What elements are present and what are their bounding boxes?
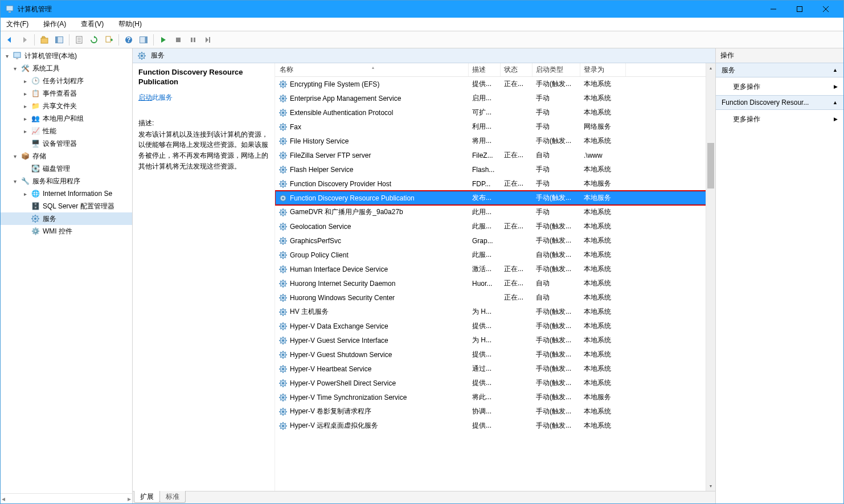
tab-extended[interactable]: 扩展	[134, 491, 160, 503]
tree-sql[interactable]: 🗄️SQL Server 配置管理器	[1, 200, 132, 212]
service-row[interactable]: Fax利用...手动网络服务	[275, 120, 715, 134]
service-row[interactable]: GraphicsPerfSvcGrap...手动(触发...本地系统	[275, 233, 715, 248]
menu-action[interactable]: 操作(A)	[41, 18, 68, 30]
close-button[interactable]	[813, 1, 839, 18]
gear-icon	[278, 293, 288, 302]
service-row[interactable]: Hyper-V Data Exchange Service提供...手动(触发.…	[275, 319, 715, 333]
chevron-down-icon[interactable]: ▾	[11, 178, 19, 185]
service-row[interactable]: Hyper-V Guest Shutdown Service提供...手动(触发…	[275, 347, 715, 362]
list-vscrollbar[interactable]: ▴ ▾	[706, 63, 715, 491]
service-row[interactable]: Enterprise App Management Service启用...手动…	[275, 91, 715, 105]
service-state: 正在...	[501, 79, 532, 89]
list-rows[interactable]: Encrypting File System (EFS)提供...正在...手动…	[275, 77, 715, 491]
tree-hscrollbar[interactable]: ◂▸	[1, 493, 132, 503]
tree-storage[interactable]: ▾📦存储	[1, 150, 132, 162]
tree-root[interactable]: ▾计算机管理(本地)	[1, 50, 132, 62]
titlebar[interactable]: 计算机管理	[1, 1, 843, 18]
tree-devicemgr[interactable]: 🖥️设备管理器	[1, 137, 132, 150]
service-row[interactable]: Hyper-V Heartbeat Service通过...手动(触发...本地…	[275, 362, 715, 376]
properties-button[interactable]	[72, 33, 86, 47]
service-row[interactable]: Function Discovery Resource Publication发…	[275, 191, 715, 205]
service-row[interactable]: HV 主机服务为 H...手动(触发...本地系统	[275, 305, 715, 319]
show-hide-actions-button[interactable]	[137, 33, 150, 47]
chevron-right-icon[interactable]: ▸	[21, 116, 29, 122]
export-button[interactable]	[102, 33, 116, 47]
service-row[interactable]: Hyper-V PowerShell Direct Service提供...手动…	[275, 376, 715, 390]
chevron-right-icon[interactable]: ▸	[21, 103, 29, 109]
service-row[interactable]: Function Discovery Provider HostFDP...正在…	[275, 177, 715, 191]
tree-tasksched[interactable]: ▸🕒任务计划程序	[1, 75, 132, 87]
service-row[interactable]: Hyper-V 卷影复制请求程序协调...手动(触发...本地系统	[275, 404, 715, 419]
service-logon: 本地系统	[580, 108, 626, 117]
col-desc[interactable]: 描述	[469, 63, 501, 76]
tree-wmi[interactable]: ⚙️WMI 控件	[1, 225, 132, 237]
menu-help[interactable]: 帮助(H)	[116, 18, 144, 30]
tree-systools[interactable]: ▾🛠️系统工具	[1, 62, 132, 75]
actions-more-2[interactable]: 更多操作▶	[716, 110, 843, 128]
service-row[interactable]: Huorong Windows Security Center正在...自动本地…	[275, 290, 715, 305]
menu-file[interactable]: 文件(F)	[4, 18, 31, 30]
tree-localusers[interactable]: ▸👥本地用户和组	[1, 112, 132, 125]
service-row[interactable]: Flash Helper ServiceFlash...手动本地系统	[275, 162, 715, 177]
list-header[interactable]: ▴ 名称 描述 状态 启动类型 登录为	[275, 63, 715, 77]
service-row[interactable]: Human Interface Device Service激活...正在...…	[275, 262, 715, 276]
tree-iis[interactable]: ▸🌐Internet Information Se	[1, 187, 132, 200]
chevron-down-icon[interactable]: ▾	[11, 153, 19, 159]
service-row[interactable]: Group Policy Client此服...自动(触发...本地系统	[275, 248, 715, 262]
tab-standard[interactable]: 标准	[159, 491, 186, 503]
help-button[interactable]: ?	[122, 33, 136, 47]
chevron-down-icon[interactable]: ▾	[11, 65, 19, 72]
scroll-right-icon[interactable]: ▸	[128, 495, 131, 503]
service-row[interactable]: Geolocation Service此服...正在...手动(触发...本地系…	[275, 219, 715, 233]
actions-more-1[interactable]: 更多操作▶	[716, 77, 843, 96]
service-row[interactable]: Huorong Internet Security DaemonHuor...正…	[275, 276, 715, 290]
up-button[interactable]	[38, 33, 51, 47]
service-desc: 为 H...	[469, 335, 501, 345]
service-desc: 提供...	[469, 321, 501, 331]
restart-service-button[interactable]	[201, 33, 215, 47]
col-logon[interactable]: 登录为	[580, 63, 626, 76]
minimize-button[interactable]	[760, 1, 786, 18]
service-row[interactable]: Extensible Authentication Protocol可扩...手…	[275, 105, 715, 120]
chevron-right-icon[interactable]: ▸	[21, 78, 29, 84]
scroll-left-icon[interactable]: ◂	[2, 495, 5, 503]
service-desc: Huor...	[469, 280, 501, 288]
scroll-thumb[interactable]	[707, 143, 714, 189]
menu-view[interactable]: 查看(V)	[79, 18, 106, 30]
service-logon: 本地系统	[580, 165, 626, 174]
service-row[interactable]: File History Service将用...手动(触发...本地系统	[275, 134, 715, 148]
chevron-right-icon[interactable]: ▸	[21, 128, 29, 134]
service-row[interactable]: Hyper-V Time Synchronization Service将此..…	[275, 390, 715, 404]
actions-section-selected[interactable]: Function Discovery Resour...▲	[716, 95, 843, 110]
refresh-button[interactable]	[87, 33, 101, 47]
nav-tree[interactable]: ▾计算机管理(本地) ▾🛠️系统工具 ▸🕒任务计划程序 ▸📋事件查看器 ▸📁共享…	[1, 48, 132, 493]
svg-rect-23	[106, 36, 110, 42]
tree-perf[interactable]: ▸📈性能	[1, 125, 132, 137]
tree-svcapps[interactable]: ▾🔧服务和应用程序	[1, 175, 132, 187]
tree-shared[interactable]: ▸📁共享文件夹	[1, 100, 132, 112]
chevron-right-icon[interactable]: ▸	[21, 91, 29, 97]
service-row[interactable]: Hyper-V 远程桌面虚拟化服务提供...手动(触发...本地系统	[275, 419, 715, 433]
scroll-down-icon[interactable]: ▾	[706, 481, 715, 491]
chevron-right-icon[interactable]: ▸	[21, 191, 29, 197]
pause-service-button[interactable]	[186, 33, 200, 47]
back-button[interactable]	[3, 33, 17, 47]
start-service-button[interactable]	[157, 33, 170, 47]
tree-diskmgmt[interactable]: 💽磁盘管理	[1, 162, 132, 175]
show-hide-tree-button[interactable]	[52, 33, 66, 47]
actions-section-services[interactable]: 服务▲	[716, 63, 843, 77]
tree-eventviewer[interactable]: ▸📋事件查看器	[1, 87, 132, 100]
scroll-up-icon[interactable]: ▴	[706, 63, 715, 73]
tree-services[interactable]: 服务	[1, 212, 132, 225]
start-service-link[interactable]: 启动	[138, 93, 152, 101]
chevron-down-icon[interactable]: ▾	[3, 53, 11, 59]
stop-service-button[interactable]	[171, 33, 185, 47]
service-row[interactable]: FileZilla Server FTP serverFileZ...正在...…	[275, 148, 715, 162]
maximize-button[interactable]	[786, 1, 813, 18]
forward-button[interactable]	[18, 33, 31, 47]
service-row[interactable]: Hyper-V Guest Service Interface为 H...手动(…	[275, 333, 715, 347]
service-row[interactable]: Encrypting File System (EFS)提供...正在...手动…	[275, 77, 715, 91]
service-row[interactable]: GameDVR 和广播用户服务_9a0a27b此用...手动本地系统	[275, 205, 715, 219]
col-start[interactable]: 启动类型	[532, 63, 580, 76]
col-state[interactable]: 状态	[501, 63, 532, 76]
